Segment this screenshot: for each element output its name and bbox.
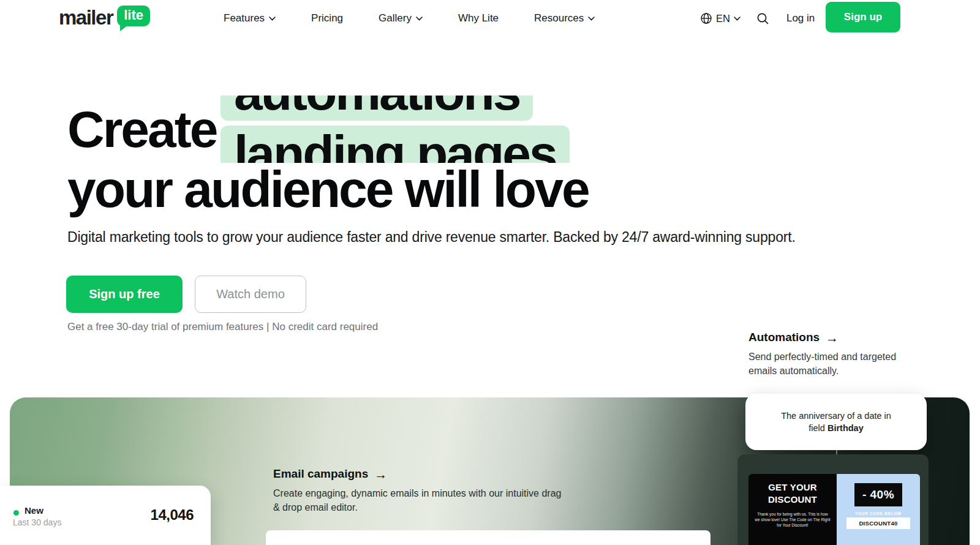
tooltip-line1: The anniversary of a date in (781, 410, 891, 422)
mailerlite-homepage: mailer lite Features Pricing Gallery Why… (0, 0, 980, 545)
email-campaigns-link[interactable]: Email campaigns → (273, 467, 579, 481)
tooltip-line2-prefix: field (809, 423, 827, 433)
top-nav: mailer lite Features Pricing Gallery Why… (0, 0, 980, 37)
mailerlite-logo[interactable]: mailer lite (59, 6, 150, 30)
nav-item-label: Features (224, 12, 265, 24)
nav-item-resources[interactable]: Resources (534, 12, 595, 24)
tooltip-line2: field Birthday (809, 422, 863, 434)
nav-item-label: Gallery (379, 12, 412, 24)
discount-email-right-panel: - 40% YOUR CODE BELOW DISCOUNT40 (837, 474, 920, 545)
chevron-down-icon (269, 17, 276, 21)
signup-free-button[interactable]: Sign up free (66, 276, 183, 313)
discount-headline: GET YOUR DISCOUNT (757, 481, 828, 506)
nav-item-label: Why Lite (458, 12, 499, 24)
watch-demo-button[interactable]: Watch demo (195, 276, 306, 313)
discount-code-label: YOUR CODE BELOW (837, 511, 920, 516)
nav-item-features[interactable]: Features (224, 12, 276, 24)
search-button[interactable] (756, 12, 769, 25)
stats-value: 14,046 (151, 506, 194, 524)
chevron-down-icon (416, 17, 423, 21)
nav-item-pricing[interactable]: Pricing (311, 12, 343, 24)
discount-body-text: Thank you for being with us. This is how… (755, 511, 831, 528)
status-dot-icon (13, 510, 19, 516)
stats-status-label: New (24, 505, 43, 516)
search-icon (756, 12, 769, 25)
discount-badge: - 40% (854, 483, 902, 506)
email-campaigns-callout: Email campaigns → Create engaging, dynam… (273, 467, 579, 514)
email-campaigns-title: Email campaigns (273, 467, 368, 481)
subscribers-stats-card: New Last 30 days 14,046 (0, 486, 211, 545)
automations-title: Automations (748, 331, 820, 344)
discount-email-left-panel: GET YOUR DISCOUNT Thank you for being wi… (748, 474, 837, 545)
hero-title-line2: your audience will love (67, 156, 589, 223)
stats-period: Last 30 days (13, 517, 61, 527)
login-link[interactable]: Log in (786, 12, 815, 24)
hero-title-line1: Create (67, 96, 216, 163)
tooltip-line2-emphasis: Birthday (827, 423, 864, 433)
arrow-right-icon: → (826, 331, 839, 344)
nav-utilities: EN Log in (700, 0, 815, 37)
hero-subtitle: Digital marketing tools to grow your aud… (67, 229, 796, 246)
nav-item-label: Pricing (311, 12, 343, 24)
automations-link[interactable]: Automations → (748, 331, 921, 344)
email-campaigns-description: Create engaging, dynamic emails in minut… (273, 486, 570, 514)
hero-rotating-words: automations landing pages (221, 96, 600, 163)
discount-code: DISCOUNT40 (846, 517, 910, 529)
rotating-word: automations (221, 96, 533, 121)
automation-tooltip: The anniversary of a date in field Birth… (745, 394, 927, 450)
arrow-right-icon: → (374, 468, 387, 481)
nav-item-why-lite[interactable]: Why Lite (458, 12, 499, 24)
nav-item-gallery[interactable]: Gallery (379, 12, 423, 24)
automations-description: Send perfectly-timed and targeted emails… (748, 350, 921, 378)
logo-wordmark: mailer (59, 6, 113, 30)
email-editor-panel (266, 530, 710, 545)
main-menu: Features Pricing Gallery Why Lite Resour… (224, 0, 595, 37)
globe-icon (700, 12, 712, 24)
trial-note: Get a free 30-day trial of premium featu… (67, 321, 378, 333)
language-label: EN (716, 13, 730, 24)
chevron-down-icon (734, 17, 741, 21)
nav-item-label: Resources (534, 12, 584, 24)
signup-button[interactable]: Sign up (826, 2, 900, 32)
automations-callout: Automations → Send perfectly-timed and t… (748, 331, 921, 378)
chevron-down-icon (588, 17, 595, 21)
language-selector[interactable]: EN (700, 12, 741, 24)
logo-lite-badge: lite (117, 6, 150, 26)
